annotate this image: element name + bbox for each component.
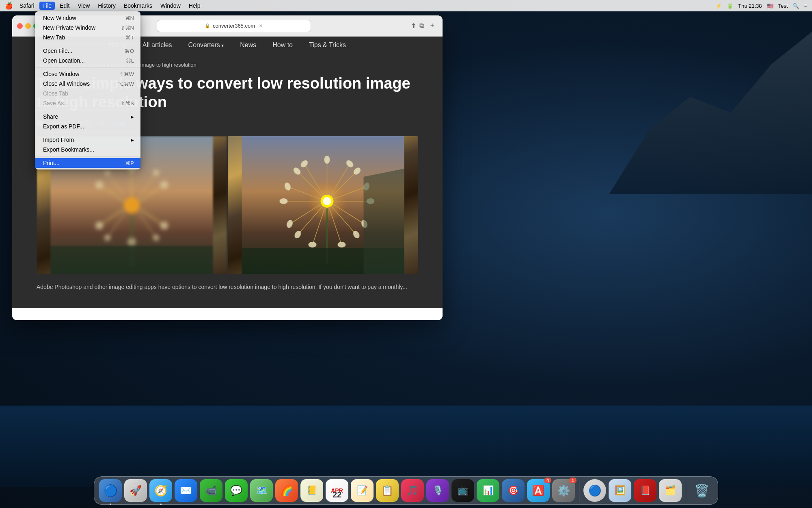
menu-separator-1: [35, 44, 140, 44]
menu-separator-2: [35, 67, 140, 67]
menu-label-export-pdf: Export as PDF...: [43, 123, 84, 130]
tab-clone-icon[interactable]: ⧉: [419, 22, 424, 30]
menu-item-close-tab[interactable]: Close Tab: [35, 89, 140, 98]
dock-icon-facetime[interactable]: 📹: [200, 479, 222, 502]
menu-label-close-window: Close Window: [43, 71, 79, 77]
dock-icon-contacts[interactable]: 📒: [300, 479, 323, 502]
dock-icon-launchpad[interactable]: 🚀: [124, 479, 147, 502]
menu-label-export-bookmarks: Export Bookmarks...: [43, 146, 94, 153]
svg-point-44: [324, 156, 330, 164]
dock-icon-acrobat[interactable]: 📕: [634, 479, 657, 502]
dock-icon-photos[interactable]: 🌈: [275, 479, 298, 502]
menu-item-open-file[interactable]: Open File... ⌘O: [35, 46, 140, 56]
lock-icon: 🔒: [205, 23, 210, 28]
dock-dot-finder: [110, 504, 111, 505]
apple-menu-icon[interactable]: 🍎: [5, 2, 13, 10]
dock-icon-trash[interactable]: 🗑️: [690, 479, 713, 502]
menu-item-share[interactable]: Share ▶: [35, 112, 140, 122]
menu-shortcut-new-tab: ⌘T: [125, 35, 134, 41]
menubar-help[interactable]: Help: [186, 2, 204, 10]
url-bar[interactable]: 🔒 converter365.com ✕: [157, 20, 311, 32]
menu-label-share: Share: [43, 113, 58, 120]
dock-dot-safari: [160, 504, 162, 505]
menu-item-open-location[interactable]: Open Location... ⌘L: [35, 56, 140, 65]
menubar-file[interactable]: File: [39, 2, 55, 10]
menu-separator-4: [35, 133, 140, 133]
menubar-right: ⚡ 🔋 Thu 21:38 🇺🇸 Test 🔍 ≡: [715, 3, 807, 9]
appstore-badge: 4: [544, 478, 551, 483]
close-button[interactable]: [17, 23, 23, 29]
menu-shortcut-close-all: ⌥⌘W: [118, 81, 134, 87]
url-text: converter365.com: [213, 23, 255, 29]
menu-shortcut-new-window: ⌘N: [125, 15, 134, 21]
dock-icon-reminders[interactable]: 📝: [351, 479, 374, 502]
dock-icon-finder2[interactable]: 🗂️: [659, 479, 682, 502]
share-icon[interactable]: ⬆: [411, 22, 416, 30]
dock-icon-numbers[interactable]: 📊: [477, 479, 499, 502]
menu-item-close-all[interactable]: Close All Windows ⌥⌘W: [35, 79, 140, 89]
new-tab-button[interactable]: +: [427, 21, 438, 31]
dock-icon-notes[interactable]: 📋: [376, 479, 399, 502]
svg-point-54: [280, 198, 288, 204]
menu-shortcut-print: ⌘P: [125, 160, 134, 166]
svg-point-48: [309, 242, 317, 247]
menubar-history[interactable]: History: [95, 2, 119, 10]
nav-all-articles[interactable]: All articles: [143, 41, 172, 49]
submenu-arrow-import: ▶: [131, 138, 134, 142]
menu-label-new-window: New Window: [43, 15, 76, 21]
dock-icon-chrome[interactable]: 🔵: [583, 479, 606, 502]
systemprefs-badge: 1: [569, 478, 577, 483]
menu-label-open-file: Open File...: [43, 48, 72, 54]
menu-item-new-tab[interactable]: New Tab ⌘T: [35, 33, 140, 42]
nav-tips-tricks[interactable]: Tips & Tricks: [309, 41, 346, 49]
menu-item-import[interactable]: Import From ▶: [35, 135, 140, 145]
menu-label-import: Import From: [43, 137, 74, 143]
article-image-after: [228, 136, 418, 274]
url-close-icon[interactable]: ✕: [259, 23, 263, 28]
username-display: Test: [778, 3, 788, 9]
menu-separator-5: [35, 156, 140, 156]
menu-item-export-bookmarks[interactable]: Export Bookmarks...: [35, 145, 140, 154]
nav-converters[interactable]: Converters: [188, 41, 224, 49]
dock-icon-podcasts[interactable]: 🎙️: [426, 479, 449, 502]
menu-item-print[interactable]: Print... ⌘P: [35, 158, 140, 168]
site-nav: Home All articles Converters News How to…: [109, 41, 346, 49]
menu-item-close-window[interactable]: Close Window ⇧⌘W: [35, 69, 140, 79]
article-excerpt: Adobe Photoshop and other image editing …: [37, 282, 418, 291]
dock-icon-mail[interactable]: ✉️: [175, 479, 197, 502]
menu-item-save-as[interactable]: Save As... ⇧⌘S: [35, 98, 140, 108]
menubar-safari[interactable]: Safari: [16, 2, 38, 10]
nav-howto[interactable]: How to: [272, 41, 293, 49]
wifi-icon: ⚡: [715, 3, 722, 9]
menu-label-open-location: Open Location...: [43, 57, 85, 64]
dock-icon-appstore[interactable]: 🅰️ 4: [527, 479, 550, 502]
nav-news[interactable]: News: [240, 41, 256, 49]
dock-icon-safari[interactable]: 🧭: [149, 479, 172, 502]
dock-icon-tv[interactable]: 📺: [451, 479, 474, 502]
menubar: 🍎 Safari File Edit View History Bookmark…: [0, 0, 812, 11]
menu-item-export-pdf[interactable]: Export as PDF...: [35, 122, 140, 131]
menu-shortcut-open-location: ⌘L: [126, 58, 134, 64]
dock-icon-systemprefs[interactable]: ⚙️ 1: [552, 479, 575, 502]
control-strip-icon[interactable]: ≡: [804, 3, 807, 9]
dock-icon-keynote[interactable]: 🎯: [502, 479, 525, 502]
menubar-edit[interactable]: Edit: [56, 2, 73, 10]
menubar-window[interactable]: Window: [157, 2, 184, 10]
menu-label-new-tab: New Tab: [43, 34, 65, 41]
search-icon[interactable]: 🔍: [793, 3, 799, 9]
file-dropdown-menu: New Window ⌘N New Private Window ⇧⌘N New…: [35, 11, 140, 169]
menu-shortcut-save-as: ⇧⌘S: [121, 100, 134, 106]
menu-separator-3: [35, 110, 140, 110]
dock-icon-maps[interactable]: 🗺️: [250, 479, 273, 502]
menubar-bookmarks[interactable]: Bookmarks: [121, 2, 155, 10]
menu-item-new-private[interactable]: New Private Window ⇧⌘N: [35, 23, 140, 33]
dock-icon-calendar[interactable]: APR 22: [326, 479, 348, 502]
menubar-view[interactable]: View: [74, 2, 93, 10]
minimize-button[interactable]: [25, 23, 31, 29]
menu-shortcut-open-file: ⌘O: [125, 48, 134, 54]
dock-icon-finder[interactable]: 🔵: [99, 479, 122, 502]
menu-item-new-window[interactable]: New Window ⌘N: [35, 13, 140, 23]
dock-icon-messages[interactable]: 💬: [225, 479, 248, 502]
dock-icon-music[interactable]: 🎵: [401, 479, 424, 502]
dock-icon-image-viewer[interactable]: 🖼️: [609, 479, 631, 502]
